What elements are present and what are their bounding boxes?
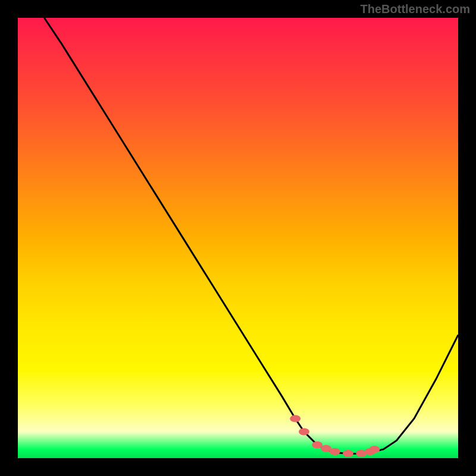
watermark-text: TheBottleneck.com bbox=[361, 2, 470, 16]
chart-container: TheBottleneck.com bbox=[0, 0, 476, 476]
marker-dot bbox=[330, 448, 340, 455]
marker-dot bbox=[299, 428, 309, 436]
marker-dot bbox=[369, 446, 380, 453]
plot-area bbox=[18, 18, 458, 458]
marker-dot bbox=[343, 450, 353, 457]
marker-group bbox=[290, 415, 380, 457]
curve-svg bbox=[18, 18, 458, 458]
marker-dot bbox=[290, 415, 300, 422]
main-curve bbox=[44, 18, 458, 454]
curve-path-group bbox=[44, 18, 458, 454]
